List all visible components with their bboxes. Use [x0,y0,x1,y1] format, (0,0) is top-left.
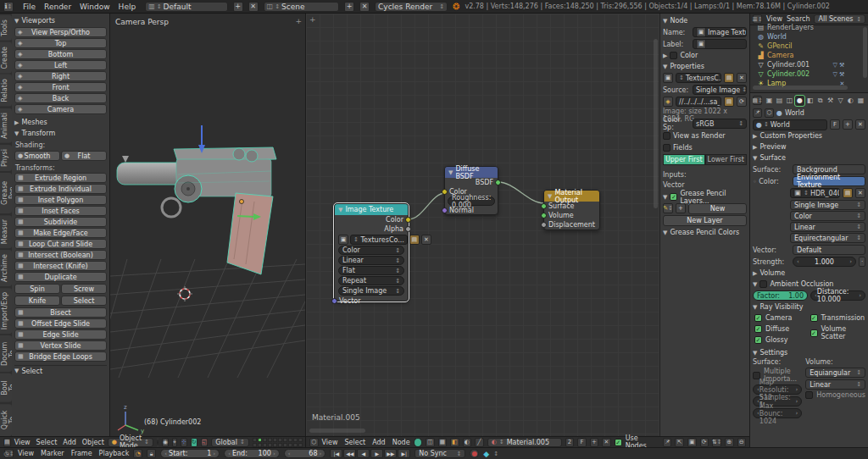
add-scene-button[interactable]: + [344,2,354,12]
fake-user-button[interactable]: F [830,119,840,130]
view-button[interactable]: ◈Front [14,82,107,92]
node-dropdown[interactable]: Single Image↕ [338,286,404,296]
pivot-point-selector[interactable]: ◉ [162,438,169,447]
outliner-item[interactable]: ▽ Cylinder.002 ▽ ⚒ ◉ ↖ ▣ [750,69,868,79]
menu-item[interactable]: View [322,439,338,446]
jump-to-end-button[interactable]: ▶| [398,449,410,458]
world-shader-icon[interactable]: ◐ [463,438,472,447]
scene-selector[interactable]: ◫↕ Scene [264,2,339,12]
ao-factor-slider[interactable]: Factor:1.00 [753,290,808,301]
ray-checkbox[interactable]: ✓ [754,336,762,344]
tool-shelf-tab[interactable]: Tools [0,15,12,41]
transform-button[interactable]: ▦Offset Edge Slide [14,318,107,329]
region-expand-icon[interactable]: + [295,17,302,25]
render-result-icon[interactable]: ▣ [687,438,697,447]
transform-button[interactable]: ▦Subdivide [14,217,107,227]
view-as-render-checkbox[interactable] [663,132,670,140]
transform-button[interactable]: Spin [14,284,60,294]
shading-button[interactable]: ●Flat [61,151,107,161]
roughness-slider[interactable]: Roughness: 0.000 [448,196,495,206]
zoom-in-icon[interactable]: ⊕ [725,438,734,447]
menu-item[interactable]: File [19,3,40,11]
transform-button[interactable]: ▦Edge Slide [14,329,107,340]
use-nodes-checkbox[interactable]: ✓ [615,439,622,446]
keying-set-icon[interactable]: ◆ [483,450,489,458]
select-panel-header[interactable]: ▼Select [14,365,107,376]
transform-button[interactable]: ▦Inset Polygon [14,195,107,205]
vector-dropdown[interactable]: Default [793,245,865,255]
manipulator-rotate-icon[interactable]: ↻ [191,438,198,447]
pin-icon[interactable]: 📌︎ [753,108,762,118]
tool-shelf-tab[interactable]: Bool To [0,373,12,402]
outliner-display-dropdown[interactable]: All Scenes↕ [814,14,865,24]
tool-shelf-tab[interactable]: Docum To [0,335,12,372]
menu-item[interactable]: View [18,450,34,457]
view-button[interactable]: ◈Left [14,60,107,70]
node-editor[interactable]: + ▼Image Texture Color Alpha ▣ ↕ Texture… [305,14,659,436]
editor-type-icon[interactable]: ▤ [3,438,11,447]
add-layout-button[interactable]: + [233,2,243,12]
node-dropdown[interactable]: Color↕ [338,246,404,255]
custom-properties-panel-header[interactable]: ▶Custom Properties [753,130,865,141]
editor-type-icon[interactable]: ▤↕ [753,96,762,105]
node-dropdown[interactable]: Flat↕ [338,266,404,275]
properties-tab[interactable]: ◧ [805,96,815,106]
prev-keyframe-button[interactable]: ◀◀ [343,449,356,458]
properties-tab[interactable]: ▦ [856,96,865,106]
vertical-scrollbar[interactable] [863,27,867,78]
manipulator-scale-icon[interactable]: ◱ [201,438,209,447]
transform-button[interactable]: ▦Intersect (Boolean) [14,250,107,260]
input-socket-displacement[interactable] [541,222,547,228]
volume-panel-header[interactable]: ▶Volume [753,268,865,279]
filepath-field[interactable]: //../../../...sa_5.jpg [676,97,721,107]
texture-nodes-icon[interactable]: ▦ [438,438,448,447]
viewport-shading-selector[interactable] [157,438,159,447]
new-image-button[interactable]: ▤ [843,188,853,198]
tool-shelf-tab[interactable]: Measur [0,215,12,248]
properties-tab[interactable]: ◫ [785,96,794,106]
add-material-button[interactable]: + [590,438,599,447]
add-world-button[interactable]: + [843,119,853,130]
transform-button[interactable]: ▦Vertex Slide [14,340,107,351]
menu-item[interactable]: Playback [99,450,130,457]
gp-new-button[interactable]: New [688,203,747,214]
input-socket-color[interactable] [442,189,448,195]
ao-distance-field[interactable]: ‹Distance: 10.000› [810,290,865,301]
world-datablock-field[interactable]: ●↕World [753,119,827,130]
editor-type-icon[interactable]: ℹ↕ [3,2,14,12]
color-node-button[interactable]: Environment Texture [793,176,865,186]
transform-button[interactable]: Knife [14,296,60,306]
meshes-panel-header[interactable]: ▶Meshes [14,117,107,128]
node-material-output[interactable]: ▼Material Output Surface Volume Displace… [543,190,600,230]
input-socket-normal[interactable] [442,207,448,213]
view-button[interactable]: ◈Right [14,71,107,81]
node-dropdown[interactable]: Linear↕ [338,256,404,265]
gp-colors-panel-header[interactable]: ▼Grease Pencil Colors [663,227,747,238]
screen-layout-selector[interactable]: ▥↕ Default [145,2,227,12]
source-dropdown[interactable]: Single Image↕ [693,85,747,95]
output-socket-color[interactable] [405,217,411,223]
image-datablock[interactable]: ▣ ↕ TexturesCo... ▤ ✕ [338,235,404,245]
editor-type-icon[interactable]: ⬡ [309,438,319,447]
gp-add-button[interactable]: + [676,203,686,213]
snap-selector[interactable]: ⌖ [172,438,177,447]
shading-button[interactable]: ●Smooth [14,151,60,161]
breadcrumb-world[interactable]: World [785,109,804,117]
next-keyframe-button[interactable]: ▶▶ [384,449,397,458]
transform-button[interactable]: ▦Intersect (Knife) [14,261,107,271]
tool-shelf-tab[interactable]: Import/Exp [0,288,12,334]
orientation-selector[interactable]: Global↕ [211,438,248,447]
input-socket-vector[interactable] [331,298,337,304]
settings-panel-header[interactable]: ▼Settings [753,347,865,358]
properties-tab[interactable]: ● [795,96,804,106]
node-diffuse-bsdf[interactable]: ▼Diffuse BSDF BSDF Color Roughness: 0.00… [444,166,498,215]
transform-button[interactable]: ▦Loop Cut and Slide [14,239,107,249]
image-datablock-field[interactable]: ↕TexturesC... [676,73,721,83]
lock-icon[interactable]: 🔒︎ [147,449,156,458]
outliner-item[interactable]: ◍ World ◉ ↖ ▣ [750,32,868,41]
pin-icon[interactable]: 📌︎ [663,438,672,447]
properties-panel-header[interactable]: ▼Properties [663,61,747,72]
tool-shelf-tab[interactable]: Physi [0,145,12,171]
view-button[interactable]: ◈Top [14,38,107,48]
menu-item[interactable]: Window [75,3,114,11]
